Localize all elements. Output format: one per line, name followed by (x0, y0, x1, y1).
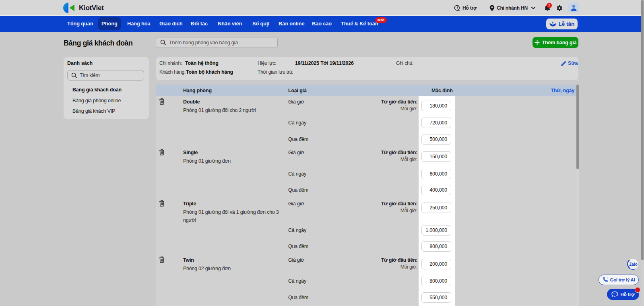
svg-text:Zalo: Zalo (629, 262, 638, 267)
